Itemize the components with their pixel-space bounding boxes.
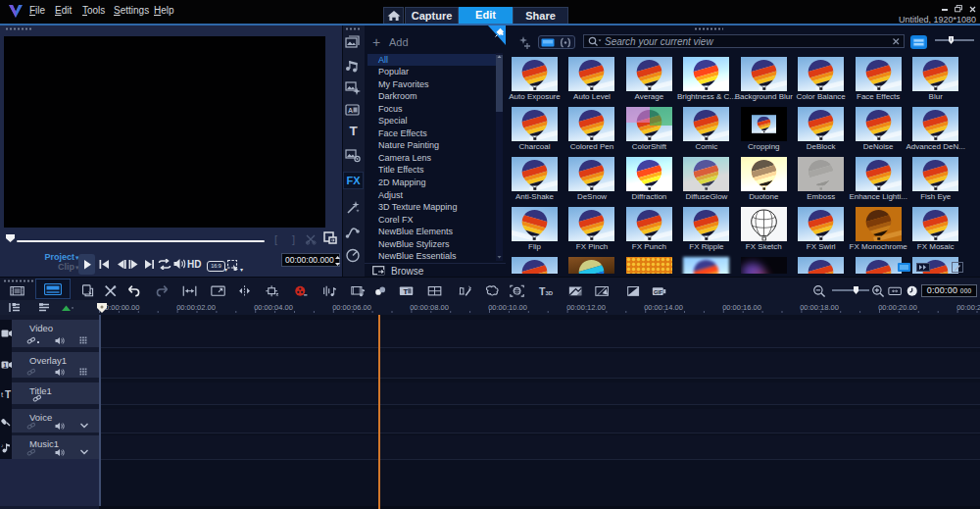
svg-text:A: A: [348, 107, 353, 114]
svg-text:T: T: [404, 287, 409, 296]
svg-text:t: t: [1, 390, 4, 399]
svg-text:♪: ♪: [1, 442, 4, 448]
svg-text:GIF: GIF: [654, 289, 663, 295]
svg-text:1: 1: [3, 362, 7, 369]
svg-text:T: T: [5, 389, 11, 400]
